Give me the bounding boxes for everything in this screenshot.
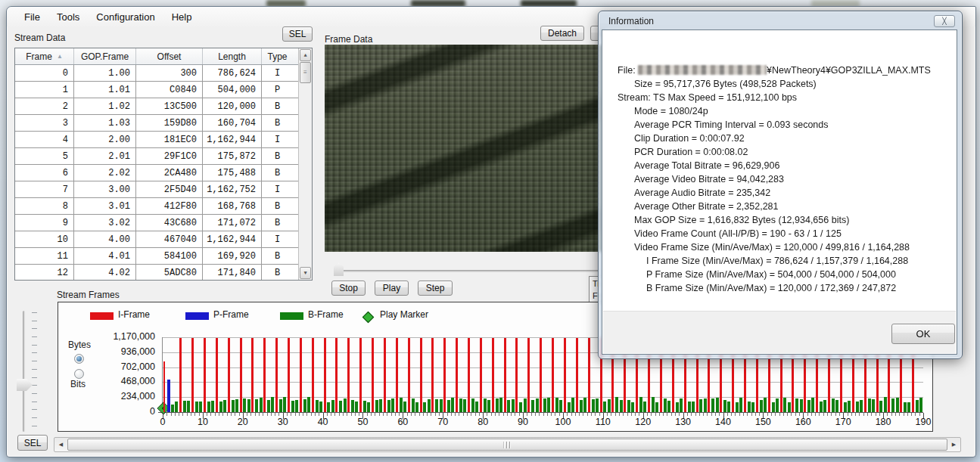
legend-label: Play Marker (380, 309, 428, 320)
chart-bar-I (527, 338, 530, 412)
chart-bar-B (916, 400, 919, 412)
chart-bar-B (896, 398, 899, 412)
table-row[interactable]: 01.00300786,624I (15, 65, 299, 82)
table-row[interactable]: 62.022CA480175,488B (15, 165, 299, 181)
chart-bar-B (716, 398, 719, 412)
chart-bar-B (507, 400, 510, 412)
chart-bar-B (723, 400, 726, 412)
scroll-up-icon[interactable]: ▲ (300, 49, 311, 61)
table-row[interactable]: 73.002F5D401,162,752I (15, 181, 299, 198)
menu-item-file[interactable]: File (16, 9, 48, 25)
table-row[interactable]: 83.01412F80168,768B (15, 198, 299, 215)
chart-bar-B (375, 400, 378, 412)
chart-bar-B (739, 398, 742, 412)
chart-hscrollbar[interactable]: ◀ ▶ (54, 437, 961, 452)
table-row[interactable]: 21.0213C500120,000B (15, 98, 299, 115)
chart-bar-I (191, 338, 194, 412)
zoom-slider-thumb[interactable] (17, 379, 33, 391)
table-cell: 159D80 (136, 115, 203, 131)
table-row[interactable]: 104.004670401,162,944I (15, 231, 299, 248)
header-cell-frame[interactable]: Frame▲ (15, 48, 74, 64)
chart-bar-B (772, 402, 775, 412)
chart-bar-B (279, 399, 282, 412)
table-cell: I (262, 65, 293, 81)
dialog-line: P Frame Size (Min/Ave/Max) = 504,000 / 5… (618, 268, 931, 281)
table-cell: 175,872 (203, 148, 262, 164)
bits-radio[interactable] (74, 369, 84, 379)
hscroll-thumb[interactable] (67, 439, 947, 451)
chart-bar-B (860, 400, 863, 412)
table-row[interactable]: 114.01584100169,920B (15, 248, 299, 265)
sel-button-bottom[interactable]: SEL (17, 435, 48, 451)
menu-item-tools[interactable]: Tools (48, 9, 88, 25)
scroll-thumb[interactable]: ≡ (300, 62, 311, 83)
chart-bar-B (832, 398, 835, 412)
header-cell-type[interactable]: Type (262, 48, 293, 64)
scroll-down-icon[interactable]: ▼ (300, 267, 311, 279)
table-cell: 5 (15, 148, 74, 164)
legend-label: P-Frame (213, 309, 249, 320)
chart-bar-B (339, 401, 342, 412)
chart-bar-B (688, 402, 691, 412)
y-axis-label: 234,000 (101, 391, 155, 402)
chart-bar-B (463, 399, 466, 412)
chart-bar-B (655, 402, 658, 412)
x-axis-label: 0 (148, 417, 178, 427)
stream-data-table[interactable]: Frame▲GOP.FrameOffsetLengthType 01.00300… (14, 48, 313, 281)
table-row[interactable]: 52.0129F1C0175,872B (15, 148, 299, 165)
video-slider-thumb[interactable] (334, 262, 344, 276)
table-cell: 168,768 (203, 198, 262, 214)
stream-data-label: Stream Data (14, 33, 65, 43)
chart-bar-B (175, 402, 178, 412)
dialog-text: File: ¥NewTheory4¥GOP3ZILLA_MAX.MTSSize … (618, 64, 931, 295)
step-button[interactable]: Step (418, 281, 453, 296)
table-row[interactable]: 42.00181EC01,162,944I (15, 132, 299, 148)
chart-bar-I (468, 338, 470, 412)
table-row[interactable]: 31.03159D80160,704B (15, 115, 299, 132)
sel-button-top[interactable]: SEL (282, 26, 313, 42)
menu-item-configuration[interactable]: Configuration (88, 9, 163, 25)
table-body[interactable]: 01.00300786,624I11.01C0840504,000P21.021… (15, 65, 299, 281)
header-cell-length[interactable]: Length (203, 48, 262, 64)
ok-button[interactable]: OK (891, 324, 955, 344)
table-cell: C0840 (136, 82, 203, 98)
table-cell: 4.02 (74, 265, 136, 281)
table-row[interactable]: 11.01C0840504,000P (15, 82, 299, 98)
chart-bar-B (403, 402, 406, 412)
bytes-radio[interactable] (74, 354, 84, 364)
chart-bar-B (919, 398, 922, 412)
dialog-close-button[interactable]: ╳ (934, 15, 955, 27)
chart-bar-I (552, 338, 554, 412)
chart-bar-B (435, 399, 438, 412)
video-position-slider[interactable] (334, 270, 600, 272)
table-vscrollbar[interactable]: ▲ ≡ ▼ (298, 48, 312, 280)
chart-bar-B (680, 398, 683, 412)
chart-bar-B (664, 398, 667, 412)
y-axis-line (162, 337, 163, 412)
sort-up-icon: ▲ (57, 53, 63, 60)
legend-label: B-Frame (308, 309, 344, 320)
chart-bar-I (312, 338, 314, 412)
table-cell: 6 (15, 165, 74, 181)
table-cell: 3.01 (74, 198, 136, 214)
p-frame-swatch-icon (185, 312, 209, 320)
table-header-row[interactable]: Frame▲GOP.FrameOffsetLengthType (15, 48, 299, 65)
chart-bar-B (400, 398, 403, 412)
scroll-left-icon[interactable]: ◀ (55, 439, 67, 451)
play-marker-legend-icon (362, 312, 375, 324)
zoom-slider-track[interactable] (23, 311, 25, 432)
menu-item-help[interactable]: Help (163, 9, 201, 25)
table-cell: 12 (15, 265, 74, 281)
close-icon: ╳ (942, 17, 946, 25)
table-row[interactable]: 93.0243C680171,072B (15, 215, 299, 231)
header-cell-offset[interactable]: Offset (136, 48, 203, 64)
detach-button[interactable]: Detach (540, 26, 584, 41)
header-cell-gop-frame[interactable]: GOP.Frame (74, 48, 136, 64)
stop-button[interactable]: Stop (331, 281, 366, 296)
x-axis-label: 170 (828, 417, 858, 427)
play-button[interactable]: Play (375, 281, 409, 296)
table-cell: B (262, 215, 293, 231)
table-row[interactable]: 124.025ADC80171,840B (15, 265, 299, 281)
scroll-right-icon[interactable]: ▶ (948, 439, 960, 451)
chart-bar-P (167, 380, 170, 412)
